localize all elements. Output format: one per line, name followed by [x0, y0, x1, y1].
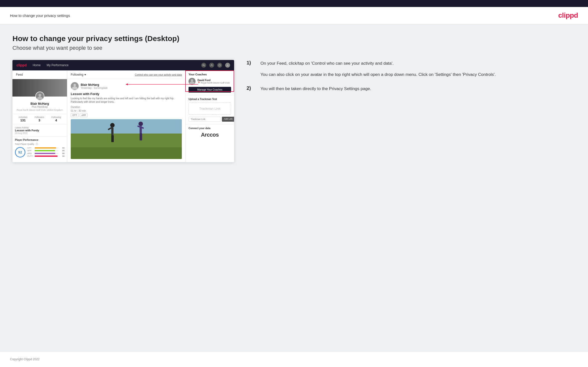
stat-followers-value: 3 [35, 118, 44, 122]
profile-club: Royal North Devon Golf Club, United King… [15, 109, 65, 111]
post-image [71, 119, 182, 159]
step-1: 1) On your Feed, click/tap on 'Control w… [247, 60, 576, 78]
coach-row: David Ford 📍 Royal North Devon Golf Club [189, 78, 231, 85]
coach-info: David Ford 📍 Royal North Devon Golf Club [197, 79, 230, 84]
latest-name: Lesson with Fordy [15, 129, 65, 132]
user-icon[interactable] [209, 63, 214, 68]
profile-avatar [35, 92, 44, 101]
svg-point-17 [138, 122, 143, 126]
feed-tab[interactable]: Feed [12, 70, 67, 79]
trackman-input[interactable] [189, 117, 221, 122]
middle-panel: Following ▾ Control who can see your act… [67, 70, 186, 162]
tpq-label: Total Player Quality ? [15, 143, 65, 145]
step2-text: You will then be taken directly to the P… [261, 85, 371, 92]
coach-club: 📍 Royal North Devon Golf Club [197, 82, 230, 84]
header-title: How to change your privacy settings [10, 13, 70, 18]
tpq-circle: 92 [15, 147, 25, 157]
following-button[interactable]: Following ▾ [71, 73, 86, 76]
info-icon: ? [36, 143, 38, 145]
post-card: Blair McHarg Yesterday · Sunningdale Les… [67, 79, 185, 162]
tpq-row: 92 OTT 90 APP 85 [15, 147, 65, 158]
location-icon: 📍 [197, 82, 200, 84]
post-duration-value: 01 hr : 30 min [71, 109, 182, 112]
svg-point-6 [38, 94, 41, 97]
following-bar: Following ▾ Control who can see your act… [67, 70, 185, 79]
svg-rect-11 [71, 134, 182, 148]
bar-ott: OTT 90 [27, 147, 65, 149]
connect-section: Connect your data Arccos [186, 124, 234, 141]
app-nav-right [201, 63, 230, 68]
right-panel: Your Coaches David Ford [186, 70, 234, 162]
app-mockup: clippd Home My Performance [12, 60, 234, 162]
compass-icon[interactable] [217, 63, 222, 68]
tag-ott: OTT [71, 113, 79, 117]
latest-date: 03 Aug 2022 [15, 132, 65, 134]
profile-name: Blair McHarg [15, 102, 65, 105]
profile-badge: Plus Handicap [15, 105, 65, 108]
step1-text: On your Feed, click/tap on 'Control who … [261, 60, 496, 67]
instructions: 1) On your Feed, click/tap on 'Control w… [247, 60, 576, 100]
profile-avatar-container [12, 92, 67, 101]
step1-text-extra: You can also click on your avatar in the… [261, 71, 496, 78]
app-nav-performance[interactable]: My Performance [47, 63, 68, 67]
connect-title: Connect your data [189, 127, 231, 130]
svg-point-23 [191, 79, 193, 82]
top-bar [0, 0, 588, 7]
stat-activities: Activities 131 [18, 116, 27, 122]
app-body: Feed Blair [12, 70, 234, 162]
stat-following-label: Following [51, 116, 61, 118]
post-header: Blair McHarg Yesterday · Sunningdale [71, 82, 182, 90]
stat-activities-value: 131 [18, 118, 27, 122]
arccos-brand: Arccos [189, 132, 231, 138]
trackman-title: Upload a Trackman Test [189, 98, 231, 101]
app-nav: clippd Home My Performance [12, 60, 234, 70]
svg-point-8 [73, 84, 76, 86]
post-title: Lesson with Fordy [71, 92, 182, 96]
stat-followers: Followers 3 [35, 116, 44, 122]
bar-putt: PUTT 96 [27, 155, 65, 157]
left-panel: Feed Blair [12, 70, 67, 162]
logo: clippd [558, 11, 578, 19]
svg-point-0 [203, 64, 204, 66]
avatar-icon[interactable] [225, 63, 230, 68]
trackman-input-row: Add Link [189, 117, 231, 122]
post-author-name: Blair McHarg [81, 83, 108, 87]
step1-number: 1) [247, 60, 251, 66]
chevron-down-icon: ▾ [84, 73, 86, 76]
stat-activities-label: Activities [18, 116, 27, 118]
pp-title: Player Performance [15, 139, 65, 141]
latest-label: Latest Activity [15, 126, 65, 129]
svg-rect-13 [111, 127, 114, 136]
footer-text: Copyright Clippd 2022 [10, 358, 40, 361]
profile-stats: Activities 131 Followers 3 Following 4 [12, 114, 67, 124]
stat-following-value: 4 [51, 118, 61, 122]
header: How to change your privacy settings clip… [0, 7, 588, 24]
post-avatar [71, 82, 79, 90]
tag-app: APP [80, 113, 88, 117]
step2-number: 2) [247, 85, 251, 91]
post-meta: Yesterday · Sunningdale [81, 87, 108, 89]
page-heading: How to change your privacy settings (Des… [12, 34, 576, 43]
content-area: clippd Home My Performance [12, 60, 576, 162]
manage-coaches-button[interactable]: Manage Your Coaches [189, 87, 231, 93]
control-link[interactable]: Control who can see your activity and da… [135, 73, 182, 76]
trackman-placeholder: Trackman Link [189, 103, 231, 115]
add-link-button[interactable]: Add Link [222, 117, 234, 122]
bar-app: APP 85 [27, 150, 65, 152]
app-nav-home[interactable]: Home [33, 63, 41, 67]
stat-followers-label: Followers [35, 116, 44, 118]
coaches-section: Your Coaches David Ford [186, 70, 234, 95]
profile-info: Blair McHarg Plus Handicap Royal North D… [12, 101, 67, 114]
post-duration-label: Duration [71, 106, 182, 108]
player-performance: Player Performance Total Player Quality … [12, 136, 67, 160]
search-icon[interactable] [201, 63, 206, 68]
coach-name: David Ford [197, 79, 230, 82]
coaches-title: Your Coaches [189, 73, 231, 76]
svg-line-1 [204, 66, 205, 66]
svg-point-4 [227, 64, 228, 65]
post-tags: OTT APP [71, 113, 182, 117]
trackman-section: Upload a Trackman Test Trackman Link Add… [186, 95, 234, 124]
post-author-info: Blair McHarg Yesterday · Sunningdale [81, 83, 108, 89]
step-2: 2) You will then be taken directly to th… [247, 85, 576, 92]
svg-rect-21 [141, 133, 142, 141]
